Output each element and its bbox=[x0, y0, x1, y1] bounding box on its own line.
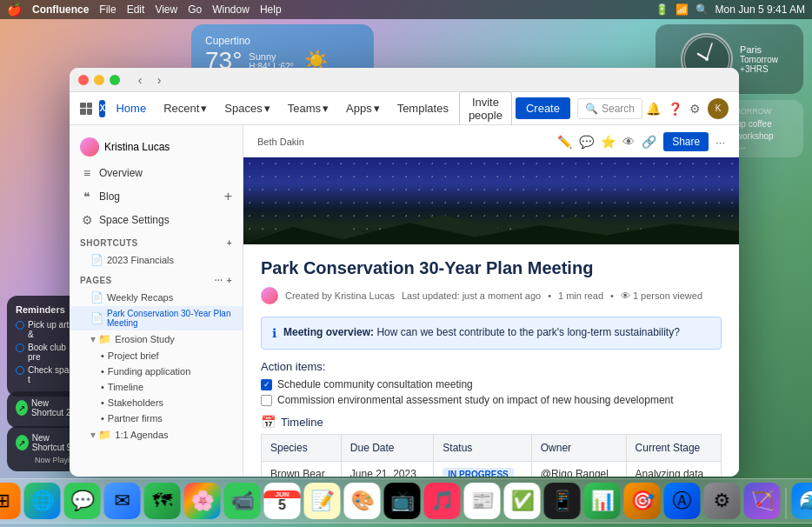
shortcuts-add-icon[interactable]: + bbox=[227, 238, 232, 248]
dock-facetime[interactable]: 📹 bbox=[224, 483, 261, 519]
doc-icon-active: 📄 bbox=[90, 312, 103, 324]
menu-view[interactable]: View bbox=[155, 3, 177, 16]
info-content: Meeting overview: How can we best contri… bbox=[283, 326, 680, 340]
col-status: Status bbox=[434, 435, 531, 462]
sidebar-funding[interactable]: • Funding application bbox=[70, 364, 243, 379]
sidebar-partner-firms[interactable]: • Partner firms bbox=[70, 410, 243, 426]
menu-go[interactable]: Go bbox=[188, 3, 202, 16]
star-icon[interactable]: ⭐ bbox=[601, 135, 616, 149]
edit-icon[interactable]: ✏️ bbox=[557, 135, 572, 149]
nav-home[interactable]: Home bbox=[109, 98, 153, 118]
menu-edit[interactable]: Edit bbox=[127, 3, 145, 16]
menu-help[interactable]: Help bbox=[260, 3, 282, 16]
pages-section: Pages ··· + bbox=[70, 269, 243, 289]
nav-apps[interactable]: Apps▾ bbox=[339, 98, 387, 118]
folder-icon-agendas: ▾ 📁 bbox=[90, 429, 111, 441]
menu-app[interactable]: Confluence bbox=[32, 3, 89, 16]
svg-point-3 bbox=[705, 57, 709, 61]
menu-window[interactable]: Window bbox=[212, 3, 250, 16]
traffic-light-green[interactable] bbox=[110, 75, 120, 85]
dock-appletv[interactable]: 📺 bbox=[384, 483, 421, 519]
dock-reminders[interactable]: ✅ bbox=[504, 483, 541, 519]
nav-recent[interactable]: Recent▾ bbox=[156, 98, 214, 118]
search-box[interactable]: 🔍 Search bbox=[577, 98, 642, 119]
sidebar-settings-label: Space Settings bbox=[99, 214, 170, 226]
info-text: How can we best contribute to the park's… bbox=[376, 326, 679, 338]
dock-iphone[interactable]: 📱 bbox=[544, 483, 581, 519]
dock-safari-2[interactable]: 🌊 bbox=[792, 483, 813, 519]
bullet-icon: • bbox=[101, 382, 104, 392]
nav-templates[interactable]: Templates bbox=[390, 98, 456, 118]
sidebar-timeline[interactable]: • Timeline bbox=[70, 379, 243, 395]
timeline-title: Timeline bbox=[281, 416, 323, 429]
dock-arc[interactable]: 🏹 bbox=[744, 483, 781, 519]
sidebar-project-brief[interactable]: • Project brief bbox=[70, 348, 243, 364]
weather-city: Cupertino bbox=[205, 35, 360, 47]
copy-icon[interactable]: 🔗 bbox=[642, 135, 656, 149]
confluence-body: Kristina Lucas ≡ Overview ❝ Blog + ⚙ Spa… bbox=[70, 125, 739, 477]
status-badge: IN PROGRESS bbox=[443, 468, 513, 477]
forward-button[interactable]: › bbox=[151, 72, 167, 88]
help-icon[interactable]: ❓ bbox=[668, 102, 682, 116]
cell-stage: Analyzing data bbox=[626, 462, 721, 477]
invite-button[interactable]: Invite people bbox=[459, 91, 512, 126]
nav-spaces[interactable]: Spaces▾ bbox=[217, 98, 276, 118]
calendar-icon: 📅 bbox=[261, 415, 276, 429]
dock-messages[interactable]: 💬 bbox=[64, 483, 101, 519]
notification-icon[interactable]: 🔔 bbox=[646, 102, 661, 116]
user-avatar-toolbar[interactable]: K bbox=[708, 98, 729, 119]
datetime-display: Mon Jun 5 9:41 AM bbox=[715, 3, 805, 16]
sidebar-shortcut-financials[interactable]: 📄 2023 Financials bbox=[70, 251, 243, 269]
dock-keynote[interactable]: 🎯 bbox=[624, 483, 661, 519]
blog-add-icon[interactable]: + bbox=[224, 189, 232, 204]
dock-safari[interactable]: 🌐 bbox=[24, 483, 61, 519]
apps-grid-icon[interactable] bbox=[80, 103, 92, 115]
doc-icon: 📄 bbox=[90, 254, 103, 266]
pages-add-icon[interactable]: + bbox=[227, 276, 232, 285]
back-button[interactable]: ‹ bbox=[132, 72, 148, 88]
sidebar-item-blog[interactable]: ❝ Blog + bbox=[70, 184, 243, 209]
sidebar-erosion-study[interactable]: ▾ 📁 Erosion Study bbox=[70, 330, 243, 348]
bullet-icon: • bbox=[101, 413, 104, 424]
checkbox-checked-icon[interactable]: ✓ bbox=[261, 379, 272, 390]
share-button[interactable]: Share bbox=[663, 132, 709, 151]
more-options-button[interactable]: ··· bbox=[715, 136, 725, 149]
settings-icon[interactable]: ⚙ bbox=[689, 102, 701, 116]
dock-systemprefs[interactable]: ⚙ bbox=[704, 483, 741, 519]
dock-mail[interactable]: ✉ bbox=[104, 483, 141, 519]
dock-news[interactable]: 📰 bbox=[464, 483, 501, 519]
dock-notes[interactable]: 📝 bbox=[304, 483, 341, 519]
create-button[interactable]: Create bbox=[516, 97, 570, 119]
sidebar-user-name: Kristina Lucas bbox=[104, 141, 170, 153]
doc-icon: 📄 bbox=[90, 291, 103, 304]
dock-launchpad[interactable]: ⊞ bbox=[0, 483, 21, 519]
nav-teams[interactable]: Teams▾ bbox=[281, 98, 336, 118]
sidebar-item-settings[interactable]: ⚙ Space Settings bbox=[70, 209, 243, 231]
search-menubar-icon[interactable]: 🔍 bbox=[696, 3, 709, 16]
dock-calendar[interactable]: JUN 5 bbox=[264, 483, 301, 519]
sidebar-weekly-recaps[interactable]: 📄 Weekly Recaps bbox=[70, 289, 243, 306]
bullet-icon: • bbox=[101, 350, 104, 361]
dock-photos[interactable]: 🌸 bbox=[184, 483, 221, 519]
traffic-light-red[interactable] bbox=[78, 75, 89, 85]
traffic-light-yellow[interactable] bbox=[94, 75, 104, 85]
dock-music[interactable]: 🎵 bbox=[424, 483, 461, 519]
checkbox-unchecked-icon[interactable] bbox=[261, 395, 272, 406]
sidebar-item-overview[interactable]: ≡ Overview bbox=[70, 162, 243, 184]
watch-icon[interactable]: 👁 bbox=[622, 135, 635, 149]
wifi-icon: 📶 bbox=[676, 3, 689, 16]
menu-file[interactable]: File bbox=[99, 3, 116, 16]
action-item-label-0: Schedule community consultation meeting bbox=[277, 378, 473, 390]
dock-freeform[interactable]: 🎨 bbox=[344, 483, 381, 519]
read-time: 1 min read bbox=[558, 290, 603, 301]
dock-appstore[interactable]: Ⓐ bbox=[664, 483, 701, 519]
sidebar-park-conservation[interactable]: 📄 Park Conservation 30-Year Plan Meeting bbox=[70, 306, 243, 330]
apple-logo-icon[interactable]: 🍎 bbox=[7, 3, 22, 17]
comment-icon[interactable]: 💬 bbox=[579, 135, 594, 149]
dock-maps[interactable]: 🗺 bbox=[144, 483, 181, 519]
sidebar-stakeholders[interactable]: • Stakeholders bbox=[70, 395, 243, 410]
action-items-title: Action items: bbox=[261, 360, 722, 373]
pages-more-icon[interactable]: ··· bbox=[215, 276, 223, 285]
dock-numbers[interactable]: 📊 bbox=[584, 483, 621, 519]
sidebar-agendas[interactable]: ▾ 📁 1:1 Agendas bbox=[70, 426, 243, 444]
